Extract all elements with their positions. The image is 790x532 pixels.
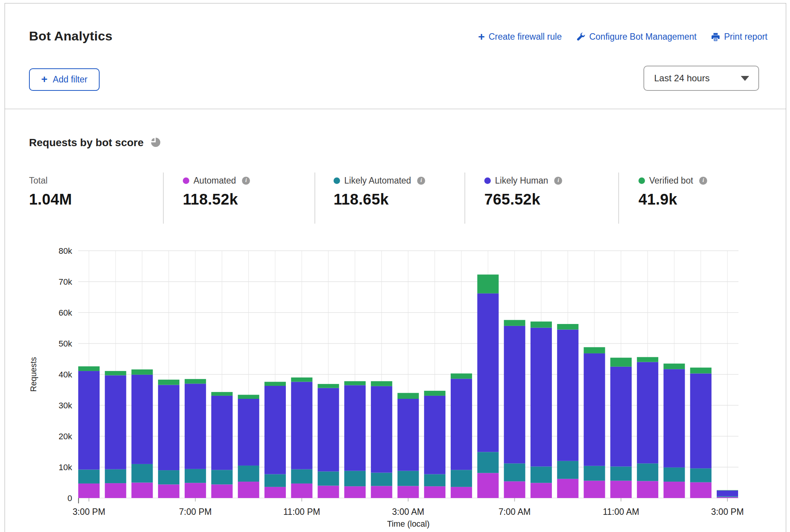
bar-segment[interactable] xyxy=(371,381,392,386)
bar-segment[interactable] xyxy=(344,385,366,471)
bar-segment[interactable] xyxy=(690,368,711,373)
bar-segment[interactable] xyxy=(610,367,632,467)
bar-segment[interactable] xyxy=(78,366,100,371)
bar-segment[interactable] xyxy=(477,452,499,473)
create-firewall-rule-link[interactable]: + Create firewall rule xyxy=(478,32,562,42)
bar-segment[interactable] xyxy=(371,473,392,486)
bar-segment[interactable] xyxy=(557,479,579,498)
bar-segment[interactable] xyxy=(424,396,445,474)
bar-segment[interactable] xyxy=(238,466,259,482)
bar-segment[interactable] xyxy=(584,481,605,498)
time-range-select[interactable]: Last 24 hours xyxy=(643,66,759,91)
bar-segment[interactable] xyxy=(238,482,259,498)
bar-segment[interactable] xyxy=(291,469,313,484)
bar-segment[interactable] xyxy=(584,466,605,481)
bar-segment[interactable] xyxy=(131,464,153,483)
bar-segment[interactable] xyxy=(371,386,392,473)
bar-segment[interactable] xyxy=(78,371,100,469)
bar-segment[interactable] xyxy=(318,471,339,485)
bar-segment[interactable] xyxy=(557,330,579,461)
bar-segment[interactable] xyxy=(318,486,339,498)
bar-segment[interactable] xyxy=(504,320,525,326)
bar-segment[interactable] xyxy=(477,293,499,452)
bar-segment[interactable] xyxy=(557,461,579,479)
bar-segment[interactable] xyxy=(105,469,126,483)
bar-segment[interactable] xyxy=(238,395,259,399)
bar-segment[interactable] xyxy=(451,374,472,379)
bar-segment[interactable] xyxy=(291,382,313,469)
bar-segment[interactable] xyxy=(264,382,286,386)
bar-segment[interactable] xyxy=(185,469,206,483)
bar-segment[interactable] xyxy=(264,386,286,474)
bar-segment[interactable] xyxy=(398,471,419,486)
bar-segment[interactable] xyxy=(610,358,632,366)
info-icon[interactable]: i xyxy=(554,177,562,185)
bar-segment[interactable] xyxy=(291,484,313,498)
bar-segment[interactable] xyxy=(211,396,233,470)
bar-segment[interactable] xyxy=(158,484,179,498)
bar-segment[interactable] xyxy=(131,369,153,375)
bar-segment[interactable] xyxy=(424,486,445,498)
bar-segment[interactable] xyxy=(318,384,339,388)
bar-segment[interactable] xyxy=(211,484,233,498)
bar-segment[interactable] xyxy=(131,375,153,464)
bar-segment[interactable] xyxy=(105,375,126,469)
bar-segment[interactable] xyxy=(451,487,472,498)
info-icon[interactable]: i xyxy=(699,177,707,185)
bar-segment[interactable] xyxy=(717,497,738,498)
bar-segment[interactable] xyxy=(664,468,685,482)
bar-segment[interactable] xyxy=(185,379,206,384)
bar-segment[interactable] xyxy=(158,470,179,484)
bar-segment[interactable] xyxy=(131,483,153,498)
bar-segment[interactable] xyxy=(584,347,605,353)
bar-segment[interactable] xyxy=(477,274,499,293)
bar-segment[interactable] xyxy=(158,380,179,385)
bar-segment[interactable] xyxy=(530,466,552,483)
bar-segment[interactable] xyxy=(451,379,472,470)
bar-segment[interactable] xyxy=(78,469,100,483)
bar-segment[interactable] xyxy=(504,463,525,481)
bar-segment[interactable] xyxy=(610,481,632,498)
bar-segment[interactable] xyxy=(664,369,685,468)
bar-segment[interactable] xyxy=(610,466,632,480)
bar-segment[interactable] xyxy=(584,353,605,466)
bar-segment[interactable] xyxy=(344,471,366,487)
bar-segment[interactable] xyxy=(717,497,738,497)
bar-segment[interactable] xyxy=(530,328,552,467)
bar-segment[interactable] xyxy=(690,482,711,498)
info-icon[interactable]: i xyxy=(242,177,250,185)
bar-segment[interactable] xyxy=(78,484,100,498)
bar-segment[interactable] xyxy=(158,385,179,471)
bar-segment[interactable] xyxy=(105,483,126,498)
bar-segment[interactable] xyxy=(424,391,445,396)
bar-segment[interactable] xyxy=(717,490,738,496)
bar-segment[interactable] xyxy=(530,483,552,498)
bar-segment[interactable] xyxy=(557,324,579,330)
bar-segment[interactable] xyxy=(344,486,366,498)
bar-segment[interactable] xyxy=(398,486,419,498)
bar-segment[interactable] xyxy=(664,364,685,369)
bar-segment[interactable] xyxy=(664,482,685,498)
bar-segment[interactable] xyxy=(318,388,339,472)
bar-segment[interactable] xyxy=(451,470,472,487)
bar-segment[interactable] xyxy=(637,463,658,481)
bar-segment[interactable] xyxy=(211,470,233,484)
bar-segment[interactable] xyxy=(185,483,206,498)
bar-segment[interactable] xyxy=(264,487,286,498)
bar-segment[interactable] xyxy=(504,481,525,498)
bar-segment[interactable] xyxy=(690,374,711,469)
bar-segment[interactable] xyxy=(211,392,233,396)
bar-segment[interactable] xyxy=(105,371,126,375)
bar-segment[interactable] xyxy=(185,384,206,469)
print-report-link[interactable]: Print report xyxy=(711,32,767,42)
bar-segment[interactable] xyxy=(264,474,286,487)
add-filter-button[interactable]: + Add filter xyxy=(29,68,100,91)
bar-segment[interactable] xyxy=(637,362,658,464)
bar-segment[interactable] xyxy=(424,474,445,487)
bar-segment[interactable] xyxy=(238,399,259,466)
bar-segment[interactable] xyxy=(637,357,658,362)
bar-segment[interactable] xyxy=(504,326,525,463)
info-icon[interactable]: i xyxy=(417,177,425,185)
bar-segment[interactable] xyxy=(637,481,658,498)
bar-segment[interactable] xyxy=(291,377,313,382)
